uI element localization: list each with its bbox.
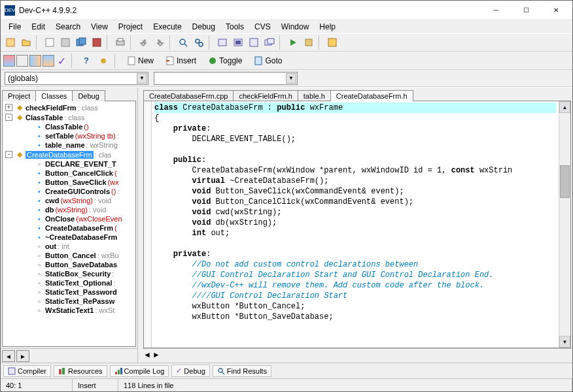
svg-rect-20 <box>328 39 336 46</box>
menu-cvs[interactable]: CVS <box>249 21 276 33</box>
nav-first-icon[interactable]: ◄ <box>2 350 15 362</box>
tree-item[interactable]: •ClassTable () <box>3 122 135 131</box>
tree-item[interactable]: ▫StaticText_Password <box>3 287 135 297</box>
close-button[interactable]: ✕ <box>541 1 571 20</box>
menu-search[interactable]: Search <box>50 21 86 33</box>
menu-project[interactable]: Project <box>113 21 148 33</box>
menu-edit[interactable]: Edit <box>26 21 50 33</box>
class-tree[interactable]: +◆checkFieldFrm: class-◆ClassTable: clas… <box>2 101 136 347</box>
run-icon[interactable] <box>231 35 245 50</box>
tab-debug-bottom[interactable]: ✓Debug <box>171 365 209 377</box>
scroll-down-icon[interactable]: ▼ <box>559 336 570 348</box>
tab-debug[interactable]: Debug <box>72 90 105 101</box>
scope-combo[interactable]: (globals) ▼ <box>5 72 148 85</box>
tree-item[interactable]: +◆checkFieldFrm: class <box>3 103 135 112</box>
scroll-up-icon[interactable]: ▲ <box>559 101 570 113</box>
layout-1-icon[interactable] <box>3 55 15 67</box>
scroll-track[interactable] <box>559 113 570 336</box>
tab-resources[interactable]: Resources <box>54 365 107 377</box>
layout-3-icon[interactable] <box>29 55 41 67</box>
rebuild-icon[interactable] <box>262 35 277 50</box>
nav-prev-icon[interactable]: ► <box>152 350 160 361</box>
replace-icon[interactable] <box>192 35 206 50</box>
debug-stop-icon[interactable] <box>302 35 316 50</box>
tree-item[interactable]: •OnClose (wxCloseEven <box>3 214 135 223</box>
tree-item[interactable]: •~CreateDatabaseFrm <box>3 233 135 242</box>
save-all-icon[interactable] <box>58 35 73 50</box>
layout-2-icon[interactable] <box>16 55 28 67</box>
tree-item[interactable]: ▫StaticBox_Security : <box>3 269 135 278</box>
editor-tab-1[interactable]: checkFieldFrm.h <box>233 90 298 101</box>
tree-item[interactable]: •db (wxString): void <box>3 205 135 214</box>
chevron-down-icon[interactable]: ▼ <box>137 73 147 84</box>
tree-item[interactable]: ▫Button_Cancel : wxBu <box>3 251 135 260</box>
tree-item[interactable]: •cwd (wxString): void <box>3 196 135 205</box>
tab-project[interactable]: Project <box>2 90 36 101</box>
member-icon: ◆ <box>15 113 24 122</box>
about-icon[interactable]: ☻ <box>96 54 111 68</box>
nav-first-icon[interactable]: ◄ <box>143 350 151 361</box>
tree-item[interactable]: ▫out : int <box>3 242 135 251</box>
chevron-down-icon[interactable]: ▼ <box>286 73 296 84</box>
tree-item[interactable]: ▫Button_SaveDatabas <box>3 260 135 269</box>
find-icon[interactable] <box>176 35 190 50</box>
tree-item[interactable]: ▫WxStaticText1 : wxSt <box>3 306 135 315</box>
close-project-icon[interactable] <box>90 35 104 50</box>
tree-item[interactable]: •Button_SaveClick (wx <box>3 178 135 187</box>
tree-item[interactable]: •Button_CancelClick ( <box>3 169 135 178</box>
editor-tab-3[interactable]: CreateDatabaseFrm.h <box>330 90 413 101</box>
expand-icon[interactable]: + <box>5 104 12 111</box>
compile-icon[interactable] <box>215 35 230 50</box>
tree-item[interactable]: ▫StaticText_Optional : <box>3 278 135 287</box>
tree-item[interactable]: -◆ClassTable: class <box>3 112 135 122</box>
print-icon[interactable] <box>113 35 128 50</box>
nav-prev-icon[interactable]: ► <box>16 350 29 362</box>
insert-button[interactable]: Insert <box>161 54 201 68</box>
expand-icon[interactable]: - <box>5 151 12 158</box>
svg-rect-4 <box>79 38 86 44</box>
layout-4-icon[interactable] <box>43 55 54 67</box>
help-icon[interactable]: ? <box>79 54 94 68</box>
maximize-button[interactable]: ☐ <box>511 1 541 20</box>
tree-item[interactable]: •table_name : wxString <box>3 140 135 150</box>
tree-item[interactable]: •CreateGUIControls (): <box>3 187 135 196</box>
menu-file[interactable]: File <box>3 21 26 33</box>
toggle-button[interactable]: Toggle <box>203 54 247 68</box>
save-icon[interactable] <box>43 35 57 50</box>
vertical-scrollbar[interactable]: ▲ ▼ <box>559 101 570 348</box>
tree-item[interactable]: ▫DECLARE_EVENT_T <box>3 159 135 169</box>
tree-item[interactable]: -◆CreateDatabaseFrm: clas <box>3 150 135 159</box>
redo-icon[interactable] <box>152 35 167 50</box>
goto-button[interactable]: Goto <box>249 54 286 68</box>
tab-compiler[interactable]: Compiler <box>3 365 51 377</box>
menu-tools[interactable]: Tools <box>220 21 249 33</box>
debug-run-icon[interactable] <box>286 35 300 50</box>
member-combo[interactable]: ▼ <box>154 72 298 85</box>
check-icon[interactable]: ✓ <box>56 55 67 67</box>
scroll-thumb[interactable] <box>560 165 570 198</box>
tree-item[interactable]: ▫StaticText_RePassw <box>3 297 135 306</box>
undo-icon[interactable] <box>137 35 151 50</box>
tab-compile-log[interactable]: Compile Log <box>110 365 169 377</box>
compile-run-icon[interactable] <box>247 35 261 50</box>
menu-help[interactable]: Help <box>314 21 341 33</box>
open-icon[interactable] <box>19 35 33 50</box>
minimize-button[interactable]: ─ <box>481 1 511 20</box>
editor-tab-2[interactable]: table.h <box>298 90 331 101</box>
new-button[interactable]: New <box>122 54 158 68</box>
menu-window[interactable]: Window <box>276 21 315 33</box>
menu-execute[interactable]: Execute <box>148 21 186 33</box>
tree-item[interactable]: •CreateDatabaseFrm ( <box>3 223 135 233</box>
expand-icon[interactable]: - <box>5 114 12 121</box>
profile-icon[interactable] <box>325 35 339 50</box>
tab-find-results[interactable]: Find Results <box>213 365 271 377</box>
save-project-icon[interactable] <box>74 35 88 50</box>
menu-debug[interactable]: Debug <box>187 21 220 33</box>
menu-view[interactable]: View <box>86 21 113 33</box>
code-area[interactable]: class CreateDatabaseFrm : public wxFrame… <box>152 101 559 348</box>
tree-item[interactable]: •setTable (wxString tb) : <box>3 131 135 140</box>
code-editor[interactable]: class CreateDatabaseFrm : public wxFrame… <box>143 101 571 348</box>
editor-tab-0[interactable]: CreateDatabaseFrm.cpp <box>143 90 234 101</box>
tab-classes[interactable]: Classes <box>35 90 73 101</box>
new-project-icon[interactable] <box>3 35 18 50</box>
